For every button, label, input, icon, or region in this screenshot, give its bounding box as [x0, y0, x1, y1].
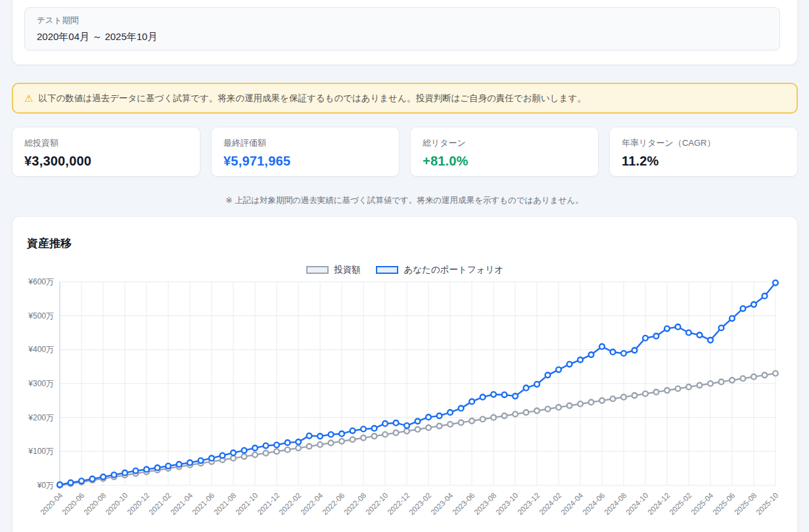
- period-label: テスト期間: [37, 15, 768, 26]
- svg-text:2024-04: 2024-04: [559, 491, 585, 517]
- legend-item-investment[interactable]: 投資額: [306, 264, 361, 276]
- svg-text:¥600万: ¥600万: [28, 277, 54, 286]
- page: { "period_card": { "label": "テスト期間", "va…: [0, 0, 809, 532]
- svg-text:2024-10: 2024-10: [624, 491, 649, 516]
- svg-text:2023-06: 2023-06: [451, 491, 476, 516]
- legend-swatch-portfolio: [376, 266, 398, 274]
- stat-card-total-invested: 総投資額 ¥3,300,000: [12, 127, 200, 177]
- svg-text:2024-12: 2024-12: [646, 491, 671, 516]
- svg-text:2020-10: 2020-10: [104, 491, 129, 516]
- svg-text:2024-08: 2024-08: [603, 491, 628, 516]
- period-card: テスト期間 2020年04月 ～ 2025年10月: [12, 0, 798, 65]
- svg-text:2025-10: 2025-10: [754, 491, 779, 516]
- svg-text:2023-12: 2023-12: [516, 491, 541, 516]
- asset-growth-chart: ¥0万¥100万¥200万¥300万¥400万¥500万¥600万2020-04…: [12, 277, 798, 532]
- svg-text:2023-02: 2023-02: [407, 491, 432, 516]
- svg-text:2022-10: 2022-10: [364, 491, 389, 516]
- stat-card-total-return: 総リターン +81.0%: [410, 127, 599, 177]
- svg-text:2020-12: 2020-12: [126, 491, 150, 516]
- svg-text:2021-10: 2021-10: [234, 491, 259, 516]
- svg-text:2023-08: 2023-08: [473, 491, 497, 516]
- legend-label-investment: 投資額: [334, 264, 361, 276]
- chart-card: 資産推移 投資額 あなたのポートフォリオ ¥0万¥100万¥200万¥300万¥…: [12, 216, 798, 532]
- svg-text:¥100万: ¥100万: [28, 447, 54, 456]
- svg-text:2023-04: 2023-04: [429, 491, 455, 517]
- svg-text:2021-12: 2021-12: [256, 491, 281, 516]
- disclaimer-note: ※ 上記は対象期間の過去実績に基づく試算値です。将来の運用成果を示すものではあり…: [0, 195, 809, 206]
- svg-text:2025-06: 2025-06: [711, 491, 736, 516]
- legend-item-portfolio[interactable]: あなたのポートフォリオ: [376, 264, 503, 276]
- svg-text:2021-02: 2021-02: [147, 491, 172, 516]
- chart-legend: 投資額 あなたのポートフォリオ: [12, 264, 797, 276]
- stat-label: 総リターン: [423, 137, 586, 149]
- svg-text:2021-08: 2021-08: [212, 491, 237, 516]
- stat-label: 最終評価額: [223, 137, 387, 149]
- stat-label: 年率リターン（CAGR）: [622, 137, 785, 149]
- stat-value: ¥3,300,000: [24, 154, 188, 169]
- svg-text:2024-02: 2024-02: [538, 491, 563, 516]
- svg-text:2020-04: 2020-04: [39, 491, 64, 517]
- svg-text:2022-06: 2022-06: [321, 491, 346, 516]
- svg-text:2022-02: 2022-02: [277, 491, 302, 516]
- svg-text:¥400万: ¥400万: [28, 345, 54, 354]
- stat-card-final-value: 最終評価額 ¥5,971,965: [211, 127, 400, 177]
- stat-value: +81.0%: [423, 154, 586, 169]
- svg-text:2025-08: 2025-08: [733, 491, 758, 516]
- svg-text:2020-08: 2020-08: [82, 491, 107, 516]
- legend-swatch-investment: [306, 266, 329, 274]
- svg-text:2022-04: 2022-04: [299, 491, 325, 517]
- svg-text:¥0万: ¥0万: [37, 481, 54, 490]
- svg-text:2024-06: 2024-06: [581, 491, 606, 516]
- stat-card-cagr: 年率リターン（CAGR） 11.2%: [609, 127, 798, 177]
- svg-text:2023-10: 2023-10: [494, 491, 519, 516]
- period-value: 2020年04月 ～ 2025年10月: [37, 31, 768, 43]
- stat-label: 総投資額: [24, 137, 188, 149]
- svg-text:¥500万: ¥500万: [28, 311, 54, 321]
- chart-title: 資産推移: [27, 236, 72, 251]
- stat-value: 11.2%: [622, 154, 785, 169]
- svg-text:2021-06: 2021-06: [191, 491, 216, 516]
- svg-text:¥300万: ¥300万: [28, 379, 54, 388]
- svg-text:2025-04: 2025-04: [689, 491, 715, 517]
- warning-text: 以下の数値は過去データに基づく試算です。将来の運用成果を保証するものではありませ…: [38, 93, 586, 104]
- svg-text:2025-02: 2025-02: [668, 491, 693, 516]
- svg-text:2022-08: 2022-08: [342, 491, 367, 516]
- svg-text:¥200万: ¥200万: [28, 413, 54, 422]
- svg-text:2022-12: 2022-12: [386, 491, 411, 516]
- svg-text:2020-06: 2020-06: [60, 491, 85, 516]
- legend-label-portfolio: あなたのポートフォリオ: [404, 264, 503, 276]
- warning-triangle-icon: ⚠: [24, 93, 33, 103]
- period-box: テスト期間 2020年04月 ～ 2025年10月: [24, 7, 780, 51]
- stat-value: ¥5,971,965: [223, 154, 387, 169]
- warning-banner: ⚠ 以下の数値は過去データに基づく試算です。将来の運用成果を保証するものではあり…: [12, 83, 798, 114]
- svg-text:2021-04: 2021-04: [169, 491, 195, 517]
